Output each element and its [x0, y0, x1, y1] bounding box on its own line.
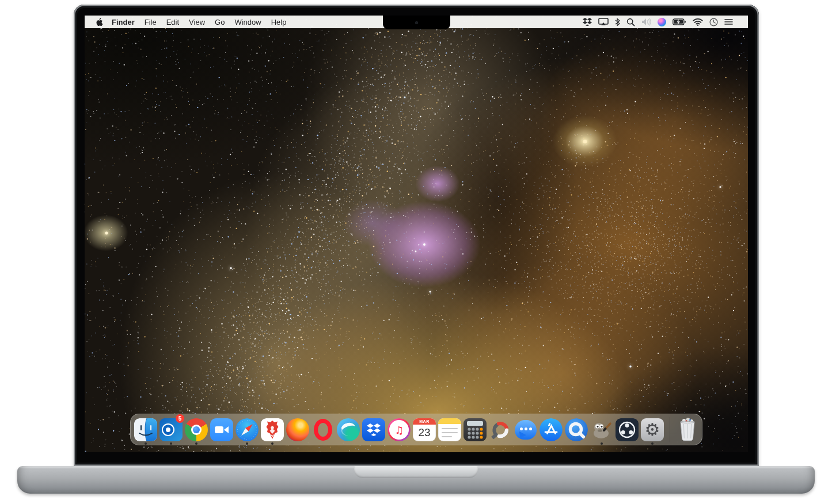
dock-item-music[interactable]: ♫	[387, 415, 411, 444]
siri-icon[interactable]	[658, 17, 666, 26]
apple-menu[interactable]	[96, 17, 103, 26]
gear-icon: ⚙	[645, 421, 660, 438]
dock-item-safari[interactable]	[235, 415, 259, 444]
dropbox-icon	[362, 418, 385, 441]
gimp-icon	[590, 418, 613, 441]
chrome-icon	[185, 418, 208, 441]
apple-logo-icon	[96, 18, 103, 26]
obs-icon	[616, 418, 639, 441]
camera-notch	[383, 16, 450, 29]
menu-item-help[interactable]: Help	[271, 18, 287, 26]
calendar-icon: MAR 23	[413, 418, 436, 441]
running-indicator	[246, 442, 248, 445]
notes-icon	[438, 418, 461, 441]
dock-item-edge[interactable]	[336, 415, 360, 444]
messages-icon	[515, 420, 537, 440]
menu-item-go[interactable]: Go	[215, 18, 225, 26]
wifi-icon[interactable]	[693, 17, 703, 26]
calendar-day: 23	[418, 425, 430, 441]
dock-item-brave[interactable]	[260, 415, 284, 444]
laptop-lid: Finder File Edit View Go Window Help	[74, 5, 759, 466]
clock-icon[interactable]	[709, 17, 718, 26]
list-menu-icon[interactable]	[724, 17, 733, 26]
app-store-icon	[540, 418, 563, 441]
volume-icon[interactable]	[641, 17, 651, 26]
dock-item-obs[interactable]	[615, 415, 639, 444]
menu-item-finder[interactable]: Finder	[112, 18, 135, 26]
dock-item-trash[interactable]	[675, 415, 700, 444]
dock-item-gimp[interactable]	[590, 415, 614, 444]
siri-orb	[658, 18, 666, 26]
dock-item-calculator[interactable]	[463, 415, 487, 444]
dock-item-outlook[interactable]: 5	[159, 415, 183, 444]
webcam-dot	[415, 21, 418, 24]
menu-item-edit[interactable]: Edit	[166, 18, 179, 26]
dock-item-firefox[interactable]	[286, 415, 310, 444]
dock-item-opera[interactable]	[311, 415, 335, 444]
desktop-wallpaper: Finder File Edit View Go Window Help	[85, 16, 748, 452]
running-indicator	[195, 442, 197, 445]
dock-item-chrome[interactable]	[184, 415, 208, 444]
running-indicator	[601, 442, 603, 445]
svg-text:♫: ♫	[394, 424, 404, 436]
dock-item-snagit[interactable]	[488, 415, 512, 444]
dropbox-status-icon[interactable]	[583, 17, 592, 26]
running-indicator	[170, 442, 172, 445]
dock-item-calendar[interactable]: MAR 23	[412, 415, 436, 444]
notification-badge: 5	[176, 414, 184, 423]
menu-item-file[interactable]: File	[145, 18, 157, 26]
battery-charging-icon[interactable]	[673, 17, 686, 26]
laptop-base	[17, 466, 815, 494]
spotlight-search-icon[interactable]	[626, 17, 635, 26]
dock-divider	[670, 417, 670, 442]
bluetooth-icon[interactable]	[615, 17, 620, 26]
menu-bar-left: Finder File Edit View Go Window Help	[85, 17, 286, 26]
lid-thumb-scoop	[354, 466, 478, 478]
dock-item-messages[interactable]	[514, 415, 538, 444]
dock-item-system-preferences[interactable]: ⚙	[640, 415, 664, 444]
edge-icon	[337, 418, 360, 441]
dock-item-zoom[interactable]	[210, 415, 234, 444]
music-icon: ♫	[387, 418, 411, 441]
starfield-canvas	[85, 16, 748, 452]
dock: 5	[130, 414, 702, 445]
safari-icon	[235, 418, 259, 441]
menu-item-view[interactable]: View	[189, 18, 205, 26]
system-preferences-icon: ⚙	[641, 418, 664, 441]
brave-icon	[261, 418, 284, 441]
menu-bar-status-area	[583, 17, 748, 26]
quicktime-icon	[565, 418, 588, 441]
trash-full-icon	[677, 417, 698, 442]
menu-item-window[interactable]: Window	[234, 18, 261, 26]
finder-icon	[134, 418, 157, 441]
opera-icon	[314, 419, 332, 441]
running-indicator	[145, 442, 147, 445]
outlook-o-glyph	[163, 425, 173, 435]
running-indicator	[651, 442, 654, 445]
snagit-icon	[489, 418, 512, 441]
running-indicator	[271, 442, 273, 445]
dock-item-finder[interactable]	[134, 415, 158, 444]
firefox-icon	[286, 418, 309, 441]
calculator-icon	[464, 418, 487, 441]
dock-item-app-store[interactable]	[539, 415, 563, 444]
screen-mirroring-icon[interactable]	[598, 17, 609, 26]
dock-item-notes[interactable]	[438, 415, 462, 444]
dock-item-quicktime[interactable]	[564, 415, 588, 444]
dock-item-dropbox[interactable]	[362, 415, 386, 444]
macbook-mockup: Finder File Edit View Go Window Help	[0, 0, 832, 504]
zoom-icon	[210, 418, 233, 441]
calendar-month: MAR	[413, 418, 436, 425]
